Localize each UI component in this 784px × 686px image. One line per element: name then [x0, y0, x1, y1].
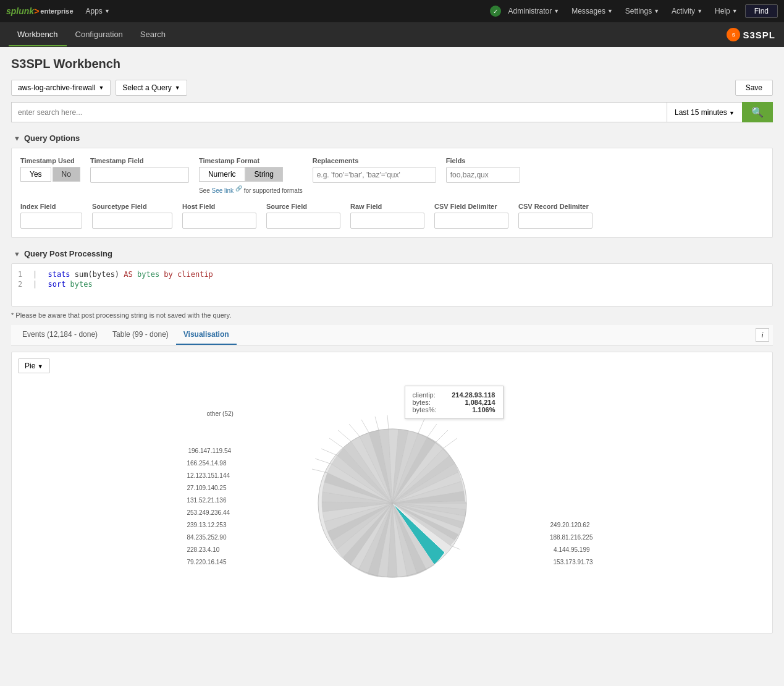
host-field-input[interactable]	[182, 213, 256, 229]
fields-label: Fields	[446, 157, 520, 164]
sourcetype-field-label: Sourcetype Field	[92, 203, 172, 210]
chart-type-dropdown[interactable]: Pie ▼	[18, 358, 50, 373]
fields-group: Fields	[446, 157, 520, 183]
index-field-label: Index Field	[20, 203, 82, 210]
svg-line-9	[361, 420, 369, 433]
help-menu[interactable]: Help ▼	[710, 4, 743, 18]
timestamp-format-group: Timestamp Format Numeric String See See …	[199, 157, 303, 194]
nav-search[interactable]: Search	[132, 23, 174, 46]
index-field-group: Index Field	[20, 203, 82, 229]
admin-menu[interactable]: Administrator ▼	[504, 4, 565, 18]
tab-info-button[interactable]: i	[756, 328, 769, 342]
csv-record-delimiter-input[interactable]	[518, 213, 592, 229]
source-field-input[interactable]	[266, 213, 340, 229]
svg-line-12	[444, 438, 457, 448]
options-row-2: Index Field Sourcetype Field Host Field …	[20, 203, 764, 229]
index-field-input[interactable]	[20, 213, 82, 229]
post-processing-label: Query Post Processing	[24, 249, 112, 258]
csv-field-delimiter-input[interactable]	[434, 213, 508, 229]
toolbar-row: aws-log-archive-firewall ▼ Select a Quer…	[11, 80, 773, 96]
vis-area: Pie ▼ clientip: 214.28.93.118 bytes: 1,0…	[11, 352, 773, 633]
query-options-section: ▼ Query Options Timestamp Used Yes No Ti…	[11, 129, 773, 238]
messages-menu[interactable]: Messages ▼	[567, 4, 618, 18]
source-field-group: Source Field	[266, 203, 340, 229]
fields-input[interactable]	[446, 167, 520, 183]
label-ip9: 228.23.4.10	[187, 546, 220, 553]
format-toggle: Numeric String	[199, 167, 303, 182]
time-range-button[interactable]: Last 15 minutes ▼	[667, 102, 742, 122]
code-line-1: 1 | stats sum(bytes) AS bytes by clienti…	[18, 270, 766, 279]
source-field-label: Source Field	[266, 203, 340, 210]
nav-configuration[interactable]: Configuration	[67, 23, 132, 46]
chart-container: clientip: 214.28.93.118 bytes: 1,084,214…	[18, 379, 766, 627]
svg-line-10	[375, 417, 379, 430]
format-string-btn[interactable]: String	[245, 167, 283, 182]
tab-events[interactable]: Events (12,184 - done)	[15, 325, 105, 345]
query-options-panel: Timestamp Used Yes No Timestamp Field Ti…	[11, 148, 773, 238]
svg-line-14	[428, 424, 437, 437]
tooltip-bytes-row: bytes: 1,084,214	[413, 399, 495, 406]
pie-chart-svg	[306, 417, 479, 590]
apps-menu[interactable]: Apps ▼	[81, 4, 115, 18]
host-field-label: Host Field	[182, 203, 256, 210]
nav-workbench[interactable]: Workbench	[9, 23, 67, 46]
code-line-2: 2 | sort bytes	[18, 280, 766, 289]
post-processing-section: ▼ Query Post Processing 1 | stats sum(by…	[11, 244, 773, 319]
query-options-header[interactable]: ▼ Query Options	[11, 129, 773, 148]
label-ip1: 196.147.119.54	[188, 447, 232, 454]
label-ip14: 153.173.91.73	[554, 559, 593, 565]
label-ip12: 188.81.216.225	[550, 534, 593, 541]
search-go-button[interactable]: 🔍	[742, 102, 773, 122]
post-note: * Please be aware that post processing s…	[11, 311, 773, 319]
svg-line-7	[338, 430, 351, 441]
options-row-1: Timestamp Used Yes No Timestamp Field Ti…	[20, 157, 764, 194]
query-dropdown-caret: ▼	[175, 85, 180, 91]
timestamp-used-group: Timestamp Used Yes No	[20, 157, 80, 182]
s3spl-icon: S	[727, 28, 740, 41]
timestamp-no-btn[interactable]: No	[53, 167, 80, 182]
raw-field-input[interactable]	[350, 213, 424, 229]
timestamp-field-input[interactable]	[90, 167, 189, 183]
label-ip10: 79.220.16.145	[187, 559, 227, 565]
svg-line-4	[315, 459, 332, 464]
top-nav: splunk>enterprise Apps ▼ ✓ Administrator…	[0, 0, 784, 22]
sourcetype-field-group: Sourcetype Field	[92, 203, 172, 229]
splunk-logo: splunk>enterprise	[6, 6, 74, 16]
svg-line-8	[349, 424, 360, 436]
page-title: S3SPL Workbench	[11, 57, 773, 71]
activity-menu[interactable]: Activity ▼	[667, 4, 707, 18]
replacements-input[interactable]	[313, 167, 436, 183]
timestamp-used-label: Timestamp Used	[20, 157, 80, 164]
csv-record-delimiter-label: CSV Record Delimiter	[518, 203, 592, 210]
label-ip13: 4.144.95.199	[554, 546, 589, 553]
save-button[interactable]: Save	[735, 80, 773, 96]
label-ip8: 84.235.252.90	[187, 534, 227, 541]
timestamp-yes-btn[interactable]: Yes	[20, 167, 51, 182]
sourcetype-field-input[interactable]	[92, 213, 172, 229]
raw-field-label: Raw Field	[350, 203, 424, 210]
label-ip11: 249.20.120.62	[550, 522, 590, 528]
pie-tooltip: clientip: 214.28.93.118 bytes: 1,084,214…	[405, 386, 504, 419]
s3spl-text: S3SPL	[743, 30, 775, 40]
format-numeric-btn[interactable]: Numeric	[199, 167, 245, 182]
settings-menu[interactable]: Settings ▼	[620, 4, 664, 18]
find-button[interactable]: Find	[745, 4, 778, 18]
post-processing-panel[interactable]: 1 | stats sum(bytes) AS bytes by clienti…	[11, 263, 773, 307]
tab-visualisation[interactable]: Visualisation	[176, 325, 237, 345]
tab-table[interactable]: Table (99 - done)	[105, 325, 176, 345]
format-link[interactable]: See link	[212, 187, 234, 194]
label-ip6: 253.249.236.44	[187, 509, 230, 516]
svg-line-11	[387, 415, 389, 429]
label-ip7: 239.13.12.253	[187, 522, 227, 528]
svg-line-15	[418, 419, 424, 433]
apps-caret: ▼	[104, 8, 110, 14]
label-ip3: 12.123.151.144	[187, 472, 230, 479]
timestamp-field-group: Timestamp Field	[90, 157, 189, 183]
post-processing-header[interactable]: ▼ Query Post Processing	[11, 244, 773, 263]
page-content: S3SPL Workbench aws-log-archive-firewall…	[0, 47, 784, 643]
query-dropdown[interactable]: Select a Query ▼	[116, 80, 187, 96]
search-input[interactable]	[11, 102, 667, 122]
tabs-row: Events (12,184 - done) Table (99 - done)…	[11, 325, 773, 345]
timestamp-format-label: Timestamp Format	[199, 157, 303, 164]
index-dropdown[interactable]: aws-log-archive-firewall ▼	[11, 80, 111, 96]
